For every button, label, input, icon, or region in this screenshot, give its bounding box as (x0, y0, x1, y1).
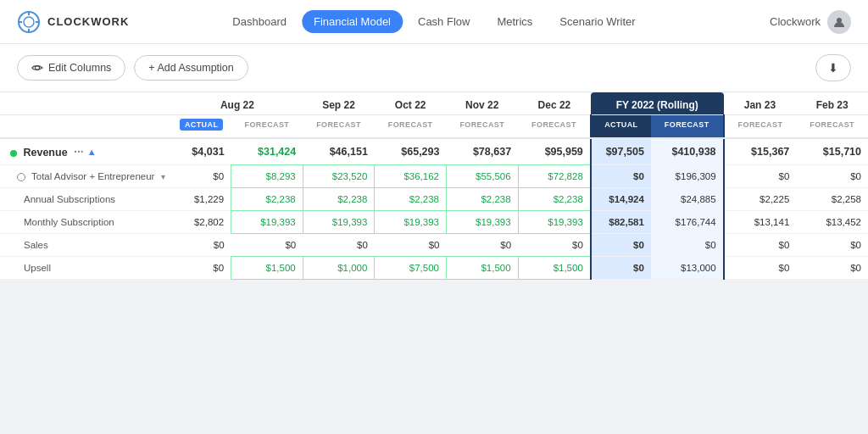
badge-forecast-dec: FORECAST (526, 119, 581, 131)
month-header-row: Aug 22 Sep 22 Oct 22 Nov 22 Dec 22 FY 20… (0, 92, 868, 115)
monthly-sub-sep-forecast: $19,393 (303, 211, 375, 234)
upsell-nov-forecast: $1,500 (446, 257, 518, 280)
download-icon: ⬇ (828, 61, 838, 75)
subheader-nov-forecast: FORECAST (446, 115, 518, 139)
revenue-label-text: Revenue (23, 147, 67, 159)
annual-sub-sep-forecast: $2,238 (303, 188, 375, 211)
navbar: CLOCKWORK Dashboard Financial Model Cash… (0, 0, 868, 44)
upsell-aug-forecast: $1,500 (231, 257, 303, 280)
revenue-sep-forecast: $46,151 (303, 138, 375, 165)
logo-label: CLOCKWORK (47, 15, 129, 28)
annual-sub-dec-forecast: $2,238 (518, 188, 591, 211)
financial-table: Aug 22 Sep 22 Oct 22 Nov 22 Dec 22 FY 20… (0, 92, 868, 280)
sales-aug-forecast: $0 (231, 234, 303, 257)
total-advisor-oct-forecast: $36,162 (375, 165, 447, 188)
nav-metrics[interactable]: Metrics (485, 10, 544, 33)
monthly-sub-label-cell: Monthly Subscription (0, 211, 172, 234)
user-name-label: Clockwork (770, 15, 821, 28)
nav-dashboard[interactable]: Dashboard (220, 10, 298, 33)
subheader-fy-forecast: FORECAST (651, 115, 724, 139)
download-button[interactable]: ⬇ (815, 54, 851, 81)
annual-sub-aug-actual: $1,229 (172, 188, 231, 211)
upsell-jan-forecast: $0 (724, 257, 797, 280)
revenue-nov-forecast: $78,637 (446, 138, 518, 165)
subheader-aug-forecast: FORECAST (231, 115, 303, 139)
revenue-feb-forecast: $15,710 (796, 138, 868, 165)
nav-right: Clockwork (770, 10, 851, 34)
annual-sub-aug-forecast: $2,238 (231, 188, 303, 211)
table-row-annual-sub: Annual Subscriptions $1,229 $2,238 $2,23… (0, 188, 868, 211)
badge-actual: ACTUAL (180, 119, 223, 131)
total-advisor-fy-forecast: $196,309 (651, 165, 724, 188)
subheader-aug-actual: ACTUAL (172, 115, 231, 139)
table-row-sales: Sales $0 $0 $0 $0 $0 $0 $0 $0 $0 $0 (0, 234, 868, 257)
total-advisor-label: Total Advisor + Entrepreneur (31, 171, 154, 181)
header-nov22: Nov 22 (446, 92, 518, 115)
header-oct22: Oct 22 (375, 92, 447, 115)
sales-feb-forecast: $0 (796, 234, 868, 257)
total-advisor-aug-actual: $0 (172, 165, 231, 188)
monthly-sub-jan-forecast: $13,141 (724, 211, 797, 234)
sales-jan-forecast: $0 (724, 234, 797, 257)
total-advisor-label-cell: Total Advisor + Entrepreneur ▾ (0, 165, 172, 188)
sales-nov-forecast: $0 (446, 234, 518, 257)
sales-dec-forecast: $0 (518, 234, 591, 257)
badge-forecast-sep: FORECAST (311, 119, 366, 131)
sales-sep-forecast: $0 (303, 234, 375, 257)
main-content: Aug 22 Sep 22 Oct 22 Nov 22 Dec 22 FY 20… (0, 92, 868, 280)
annual-sub-fy-actual: $14,924 (591, 188, 651, 211)
annual-sub-nov-forecast: $2,238 (446, 188, 518, 211)
subheader-oct-forecast: FORECAST (375, 115, 447, 139)
revenue-fy-actual: $97,505 (591, 138, 651, 165)
monthly-sub-fy-forecast: $176,744 (651, 211, 724, 234)
badge-forecast-oct: FORECAST (383, 119, 438, 131)
subheader-feb-forecast: FORECAST (796, 115, 868, 139)
upsell-sep-forecast: $1,000 (303, 257, 375, 280)
total-advisor-feb-forecast: $0 (796, 165, 868, 188)
table-row-revenue: Revenue ··· ▲ $4,031 $31,424 $46,151 $65… (0, 138, 868, 165)
subheader-dec-forecast: FORECAST (518, 115, 591, 139)
badge-fy-actual: ACTUAL (599, 119, 643, 131)
total-advisor-nov-forecast: $55,506 (446, 165, 518, 188)
header-fy2022: FY 2022 (Rolling) (591, 92, 724, 115)
chevron-up-icon[interactable]: ▲ (87, 147, 97, 157)
revenue-dot (10, 150, 17, 157)
total-advisor-fy-actual: $0 (591, 165, 651, 188)
annual-sub-feb-forecast: $2,258 (796, 188, 868, 211)
chevron-down-icon[interactable]: ▾ (161, 172, 165, 181)
table-row-upsell: Upsell $0 $1,500 $1,000 $7,500 $1,500 $1… (0, 257, 868, 280)
nav-financial-model[interactable]: Financial Model (302, 10, 403, 33)
more-icon[interactable]: ··· (74, 145, 84, 159)
annual-sub-jan-forecast: $2,225 (724, 188, 797, 211)
nav-scenario-writer[interactable]: Scenario Writer (548, 10, 647, 33)
sales-fy-actual: $0 (591, 234, 651, 257)
user-avatar[interactable] (827, 10, 851, 34)
header-sep22: Sep 22 (303, 92, 375, 115)
revenue-icons: ··· ▲ (74, 145, 97, 159)
sales-aug-actual: $0 (172, 234, 231, 257)
nav-cash-flow[interactable]: Cash Flow (406, 10, 481, 33)
annual-sub-label-cell: Annual Subscriptions (0, 188, 172, 211)
nav-links: Dashboard Financial Model Cash Flow Metr… (220, 10, 647, 33)
annual-sub-fy-forecast: $24,885 (651, 188, 724, 211)
badge-forecast-jan: FORECAST (733, 119, 788, 131)
upsell-fy-forecast: $13,000 (651, 257, 724, 280)
add-assumption-button[interactable]: + Add Assumption (134, 55, 248, 81)
header-dec22: Dec 22 (518, 92, 591, 115)
subheader-empty (0, 115, 172, 139)
logo-icon (17, 10, 41, 34)
subheader-fy-actual: ACTUAL (591, 115, 651, 139)
subheader-jan-forecast: FORECAST (724, 115, 797, 139)
eye-icon (31, 62, 43, 74)
revenue-label-cell: Revenue ··· ▲ (0, 138, 172, 165)
upsell-dec-forecast: $1,500 (518, 257, 591, 280)
sales-fy-forecast: $0 (651, 234, 724, 257)
annual-sub-label: Annual Subscriptions (24, 194, 115, 204)
total-advisor-aug-forecast: $8,293 (231, 165, 303, 188)
header-empty (0, 92, 172, 115)
monthly-sub-aug-forecast: $19,393 (231, 211, 303, 234)
monthly-sub-aug-actual: $2,802 (172, 211, 231, 234)
edit-columns-button[interactable]: Edit Columns (17, 55, 125, 81)
add-assumption-label: + Add Assumption (148, 62, 233, 74)
sales-label: Sales (24, 240, 48, 250)
